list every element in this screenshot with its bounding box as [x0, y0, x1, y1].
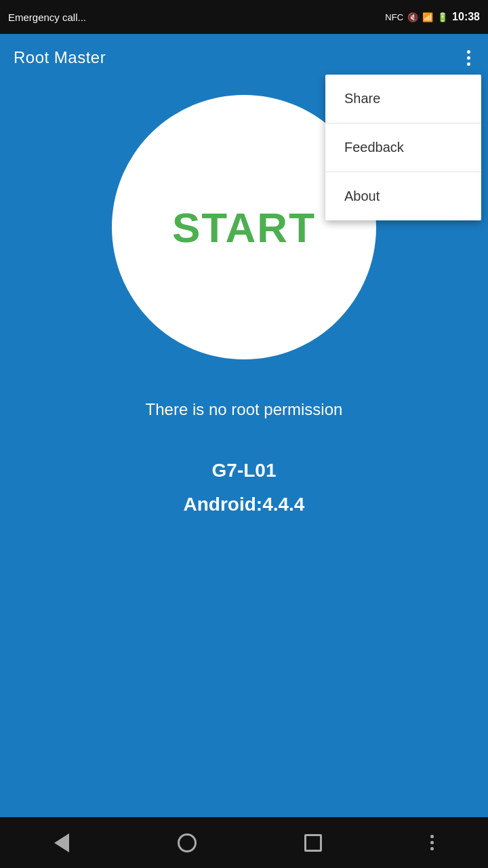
status-time: 10:38 [452, 11, 480, 23]
start-label: START [172, 203, 316, 252]
recents-button[interactable] [298, 827, 329, 859]
android-version: Android:4.4.4 [184, 494, 305, 515]
nav-more-icon [430, 835, 434, 850]
back-icon [54, 833, 69, 852]
back-button[interactable] [47, 827, 76, 859]
nfc-icon: NFC [385, 12, 403, 22]
app-title: Root Master [14, 48, 106, 67]
status-bar-left-text: Emergency call... [8, 12, 86, 23]
battery-icon: 🔋 [437, 12, 448, 22]
status-bar-right: NFC 🔇 📶 🔋 10:38 [385, 11, 480, 23]
menu-item-feedback[interactable]: Feedback [325, 123, 481, 172]
menu-item-share[interactable]: Share [325, 75, 481, 123]
more-menu-button[interactable] [462, 45, 476, 71]
menu-item-about[interactable]: About [325, 172, 481, 220]
dropdown-menu: Share Feedback About [325, 75, 481, 220]
mute-icon: 🔇 [407, 12, 418, 22]
nav-bar [0, 817, 488, 868]
app-bar: Root Master Share Feedback About [0, 34, 488, 81]
home-button[interactable] [171, 827, 203, 859]
wifi-icon: 📶 [422, 12, 433, 22]
home-icon [178, 833, 197, 852]
nav-more-button[interactable] [424, 828, 441, 857]
root-status-text: There is no root permission [146, 400, 343, 419]
recents-icon [304, 834, 322, 852]
device-model: G7-L01 [212, 460, 277, 481]
status-bar: Emergency call... NFC 🔇 📶 🔋 10:38 [0, 0, 488, 34]
